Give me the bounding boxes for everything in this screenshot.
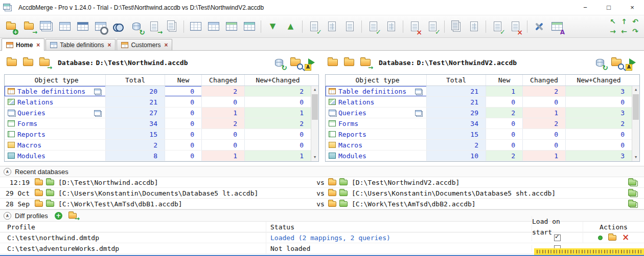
nav-right-icon[interactable]: →	[608, 27, 618, 36]
recent-database-row[interactable]: 28 Sep[C:\Work\Test\AmTsd\dbB1.accdb]vs[…	[0, 199, 644, 209]
tab-close-icon[interactable]: ×	[164, 42, 168, 48]
scroll-down-icon[interactable]	[632, 154, 639, 161]
settings-icon[interactable]	[531, 19, 547, 34]
compare-pair-icon[interactable]	[627, 200, 640, 208]
copy-icon[interactable]	[94, 110, 101, 116]
grid-teal-icon[interactable]	[241, 19, 257, 34]
profile-row[interactable]: C:\test\northwind.dmtdpLoaded (2 mapping…	[0, 232, 644, 243]
tab-customers[interactable]: Customers ×	[117, 39, 172, 50]
open-database-icon[interactable]	[21, 19, 37, 34]
refresh-databases-icon[interactable]	[128, 19, 144, 34]
object-row[interactable]: Modules10213	[326, 151, 632, 161]
open-left-database-icon[interactable]	[34, 189, 44, 197]
report-grid-icon[interactable]	[324, 19, 340, 34]
tab-table-definitions[interactable]: Table definitions ×	[45, 39, 116, 50]
import-file-icon[interactable]	[146, 19, 162, 34]
run-compare-icon[interactable]	[625, 55, 640, 70]
open-left-database-icon[interactable]	[34, 200, 44, 208]
browse-left-database-icon[interactable]	[45, 178, 55, 186]
nav-undo-icon[interactable]: ↶	[630, 17, 640, 26]
copy-icon[interactable]	[164, 19, 180, 34]
nav-up-left-icon[interactable]: ↖	[608, 17, 618, 26]
scroll-up-icon[interactable]	[632, 86, 639, 94]
scroll-down-icon[interactable]	[311, 154, 318, 161]
swap-databases-icon[interactable]	[37, 55, 52, 70]
browse-left-database-icon[interactable]	[45, 189, 55, 197]
page-blue-icon[interactable]	[466, 19, 482, 34]
script-check-icon[interactable]	[365, 19, 381, 34]
open-profile-folder-icon[interactable]	[608, 234, 617, 241]
object-row[interactable]: Relations21000	[326, 97, 632, 108]
add-profile-button[interactable]	[55, 212, 62, 220]
report-error-icon[interactable]	[407, 19, 423, 34]
vertical-scrollbar[interactable]	[311, 86, 318, 161]
select-query-icon[interactable]	[75, 19, 90, 34]
report-check-icon[interactable]	[306, 19, 322, 34]
object-row[interactable]: Forms34022	[326, 118, 632, 129]
nav-left-icon[interactable]: ←	[619, 27, 629, 36]
open-database-icon[interactable]	[325, 55, 340, 70]
report-plain-icon[interactable]	[342, 19, 358, 34]
report-ok-icon[interactable]	[425, 19, 441, 34]
recent-database-row[interactable]: 29 Oct[C:\Users\Konstantin\Documents\Dat…	[0, 188, 644, 199]
browse-left-database-icon[interactable]	[45, 200, 55, 208]
font-table-icon[interactable]	[549, 19, 565, 34]
open-right-database-icon[interactable]	[327, 200, 337, 208]
open-right-database-icon[interactable]	[327, 189, 337, 197]
object-row[interactable]: Forms34022	[5, 118, 311, 129]
collapse-icon[interactable]	[4, 212, 11, 220]
pages-gray-icon[interactable]	[448, 19, 464, 34]
copy-icon[interactable]	[94, 89, 101, 94]
object-row[interactable]: Modules8011	[5, 151, 311, 161]
close-button[interactable]: ×	[620, 0, 644, 15]
tab-home[interactable]: Home ×	[2, 38, 44, 51]
new-database-icon[interactable]	[3, 19, 19, 34]
recent-database-row[interactable]: 12:19[D:\Test\Northwind.accdb]vs[D:\Test…	[0, 177, 644, 188]
maximize-button[interactable]: □	[597, 0, 620, 15]
move-down-icon[interactable]: ▼	[265, 19, 281, 34]
object-row[interactable]: Macros2000	[5, 140, 311, 151]
load-on-start-checkbox[interactable]	[554, 234, 561, 241]
table-icon[interactable]	[57, 19, 73, 34]
browse-right-database-icon[interactable]	[338, 200, 349, 208]
grid-plain-icon[interactable]	[188, 19, 203, 34]
tab-close-icon[interactable]: ×	[107, 42, 111, 48]
compare-pair-icon[interactable]	[627, 189, 640, 197]
doc-check-icon[interactable]	[490, 19, 505, 34]
object-row[interactable]: Reports15000	[5, 129, 311, 140]
search-icon[interactable]	[110, 19, 126, 34]
grid-green-icon[interactable]	[223, 19, 239, 34]
nav-up-icon[interactable]: ↑	[619, 17, 629, 26]
script-grid-icon[interactable]	[383, 19, 399, 34]
grid-blue-icon[interactable]	[205, 19, 221, 34]
scroll-thumb[interactable]	[312, 94, 318, 120]
copy-tables-icon[interactable]	[39, 19, 55, 34]
compare-pair-icon[interactable]	[627, 178, 640, 186]
open-right-database-icon[interactable]	[327, 178, 337, 186]
search-objects-icon[interactable]	[288, 55, 303, 70]
move-up-icon[interactable]: ▲	[283, 19, 298, 34]
object-row[interactable]: Queries27011	[5, 108, 311, 118]
browse-right-database-icon[interactable]	[338, 189, 349, 197]
copy-icon[interactable]	[415, 110, 422, 116]
object-row[interactable]: Macros2000	[326, 140, 632, 151]
nav-redo-icon[interactable]: ↷	[630, 27, 640, 36]
open-folder-icon[interactable]	[341, 55, 356, 70]
open-left-database-icon[interactable]	[34, 178, 44, 186]
object-row[interactable]: Table definitions20022	[5, 86, 311, 97]
copy-icon[interactable]	[415, 89, 422, 94]
object-row[interactable]: Relations21000	[5, 97, 311, 108]
delete-profile-icon[interactable]	[622, 232, 629, 243]
object-row[interactable]: Reports15000	[326, 129, 632, 140]
form-design-icon[interactable]	[93, 19, 108, 34]
doc-error-icon[interactable]	[508, 19, 523, 34]
object-row[interactable]: Table definitions21123	[326, 86, 632, 97]
minimize-button[interactable]: −	[573, 0, 597, 15]
open-folder-icon[interactable]	[20, 55, 35, 70]
vertical-scrollbar[interactable]	[632, 86, 639, 161]
object-row[interactable]: Queries29213	[326, 108, 632, 118]
open-database-icon[interactable]	[4, 55, 19, 70]
scroll-up-icon[interactable]	[311, 86, 318, 94]
refresh-database-icon[interactable]	[592, 55, 607, 70]
swap-databases-icon[interactable]	[358, 55, 373, 70]
